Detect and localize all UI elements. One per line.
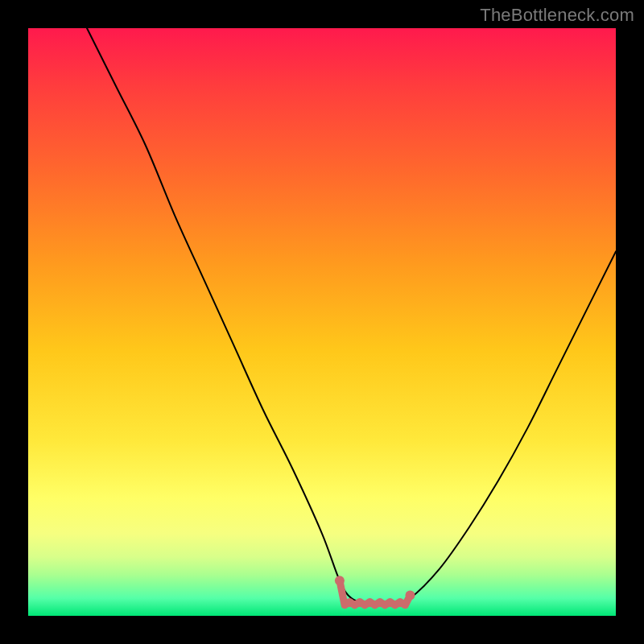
- nadir-endpoint-left: [335, 576, 345, 585]
- watermark-label: TheBottleneck.com: [480, 5, 634, 26]
- plot-area: [28, 28, 616, 616]
- nadir-marker: [340, 580, 411, 605]
- chart-frame: TheBottleneck.com: [0, 0, 644, 644]
- bottleneck-curve: [87, 28, 616, 605]
- curve-svg: [28, 28, 616, 616]
- nadir-endpoint-right: [406, 590, 415, 600]
